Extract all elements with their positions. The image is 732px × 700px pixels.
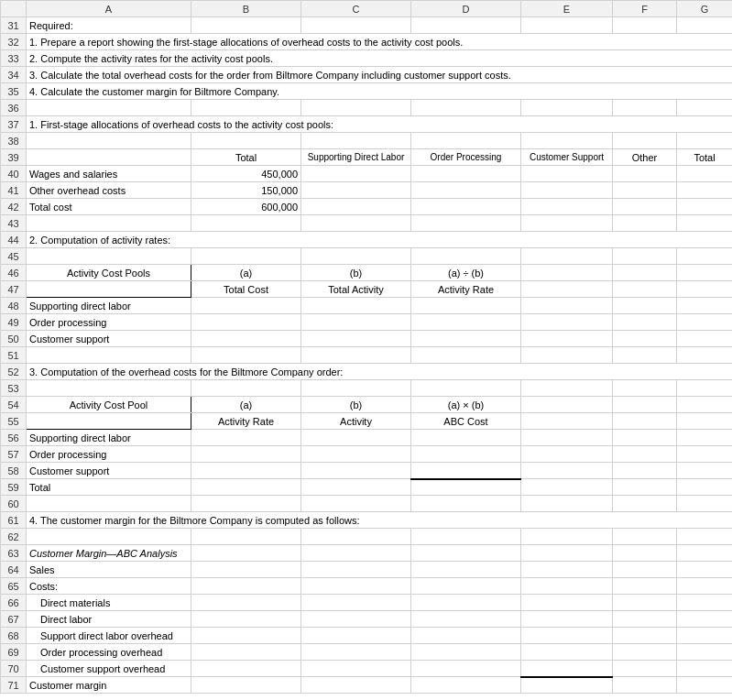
cell-57-d[interactable]	[411, 446, 521, 463]
cell-43-g[interactable]	[677, 215, 733, 232]
cell-60-f[interactable]	[613, 496, 677, 512]
cell-46-g[interactable]	[677, 265, 733, 281]
cell-45-c[interactable]	[301, 248, 411, 265]
cell-50-d[interactable]	[411, 331, 521, 347]
cell-54-e[interactable]	[521, 397, 613, 413]
cell-57-e[interactable]	[521, 446, 613, 463]
cell-49-f[interactable]	[613, 314, 677, 331]
cell-57-a[interactable]: Order processing	[27, 446, 191, 463]
cell-47-d[interactable]: Activity Rate	[411, 281, 521, 298]
cell-69-c[interactable]	[301, 644, 411, 661]
cell-42-f[interactable]	[613, 199, 677, 215]
cell-54-f[interactable]	[613, 397, 677, 413]
cell-60-c[interactable]	[301, 496, 411, 512]
cell-44-a[interactable]: 2. Computation of activity rates:	[27, 232, 733, 248]
cell-36-b[interactable]	[191, 100, 301, 116]
cell-42-b[interactable]: 600,000	[191, 199, 301, 215]
cell-66-f[interactable]	[613, 595, 677, 611]
cell-45-g[interactable]	[677, 248, 733, 265]
cell-58-d[interactable]	[411, 463, 521, 479]
cell-71-g[interactable]	[677, 677, 733, 694]
cell-59-c[interactable]	[301, 479, 411, 496]
cell-43-e[interactable]	[521, 215, 613, 232]
cell-63-f[interactable]	[613, 545, 677, 562]
cell-67-a[interactable]: Direct labor	[27, 611, 191, 628]
cell-36-f[interactable]	[613, 100, 677, 116]
cell-71-e[interactable]	[521, 677, 613, 694]
cell-48-b[interactable]	[191, 298, 301, 314]
cell-69-f[interactable]	[613, 644, 677, 661]
cell-49-d[interactable]	[411, 314, 521, 331]
cell-46-f[interactable]	[613, 265, 677, 281]
cell-42-e[interactable]	[521, 199, 613, 215]
cell-71-d[interactable]	[411, 677, 521, 694]
cell-66-d[interactable]	[411, 595, 521, 611]
cell-39-e[interactable]: Customer Support	[521, 149, 613, 166]
cell-65-c[interactable]	[301, 578, 411, 595]
cell-42-g[interactable]	[677, 199, 733, 215]
cell-39-d[interactable]: Order Processing	[411, 149, 521, 166]
cell-46-a[interactable]: Activity Cost Pools	[27, 265, 191, 281]
cell-49-g[interactable]	[677, 314, 733, 331]
cell-53-g[interactable]	[677, 380, 733, 397]
cell-31-d[interactable]	[411, 17, 521, 34]
cell-63-d[interactable]	[411, 545, 521, 562]
cell-68-f[interactable]	[613, 628, 677, 644]
cell-65-a[interactable]: Costs:	[27, 578, 191, 595]
cell-59-g[interactable]	[677, 479, 733, 496]
cell-68-c[interactable]	[301, 628, 411, 644]
cell-50-f[interactable]	[613, 331, 677, 347]
cell-41-g[interactable]	[677, 182, 733, 199]
cell-59-b[interactable]	[191, 479, 301, 496]
cell-65-b[interactable]	[191, 578, 301, 595]
cell-31-g[interactable]	[677, 17, 733, 34]
cell-42-d[interactable]	[411, 199, 521, 215]
cell-51-b[interactable]	[191, 347, 301, 364]
cell-58-b[interactable]	[191, 463, 301, 479]
cell-54-d[interactable]: (a) × (b)	[411, 397, 521, 413]
cell-64-f[interactable]	[613, 562, 677, 578]
cell-71-f[interactable]	[613, 677, 677, 694]
cell-57-f[interactable]	[613, 446, 677, 463]
cell-58-g[interactable]	[677, 463, 733, 479]
cell-46-b[interactable]: (a)	[191, 265, 301, 281]
cell-40-e[interactable]	[521, 166, 613, 182]
cell-47-c[interactable]: Total Activity	[301, 281, 411, 298]
cell-66-c[interactable]	[301, 595, 411, 611]
cell-48-e[interactable]	[521, 298, 613, 314]
cell-67-e[interactable]	[521, 611, 613, 628]
cell-71-c[interactable]	[301, 677, 411, 694]
cell-39-c[interactable]: Supporting Direct Labor	[301, 149, 411, 166]
cell-35-a[interactable]: 4. Calculate the customer margin for Bil…	[27, 83, 733, 100]
cell-63-e[interactable]	[521, 545, 613, 562]
cell-47-a[interactable]	[27, 281, 191, 298]
cell-43-d[interactable]	[411, 215, 521, 232]
cell-55-b[interactable]: Activity Rate	[191, 413, 301, 430]
cell-43-a[interactable]	[27, 215, 191, 232]
cell-38-c[interactable]	[301, 133, 411, 149]
cell-39-b[interactable]: Total	[191, 149, 301, 166]
cell-52-a[interactable]: 3. Computation of the overhead costs for…	[27, 364, 733, 380]
cell-45-f[interactable]	[613, 248, 677, 265]
cell-70-g[interactable]	[677, 661, 733, 677]
cell-51-e[interactable]	[521, 347, 613, 364]
cell-59-e[interactable]	[521, 479, 613, 496]
cell-68-b[interactable]	[191, 628, 301, 644]
cell-33-a[interactable]: 2. Compute the activity rates for the ac…	[27, 50, 733, 67]
cell-40-f[interactable]	[613, 166, 677, 182]
cell-66-a[interactable]: Direct materials	[27, 595, 191, 611]
cell-47-e[interactable]	[521, 281, 613, 298]
cell-69-a[interactable]: Order processing overhead	[27, 644, 191, 661]
cell-56-a[interactable]: Supporting direct labor	[27, 430, 191, 446]
cell-69-g[interactable]	[677, 644, 733, 661]
cell-43-f[interactable]	[613, 215, 677, 232]
cell-36-g[interactable]	[677, 100, 733, 116]
cell-55-c[interactable]: Activity	[301, 413, 411, 430]
cell-45-e[interactable]	[521, 248, 613, 265]
cell-67-g[interactable]	[677, 611, 733, 628]
cell-38-d[interactable]	[411, 133, 521, 149]
cell-59-d[interactable]	[411, 479, 521, 496]
cell-64-g[interactable]	[677, 562, 733, 578]
cell-64-c[interactable]	[301, 562, 411, 578]
cell-58-a[interactable]: Customer support	[27, 463, 191, 479]
